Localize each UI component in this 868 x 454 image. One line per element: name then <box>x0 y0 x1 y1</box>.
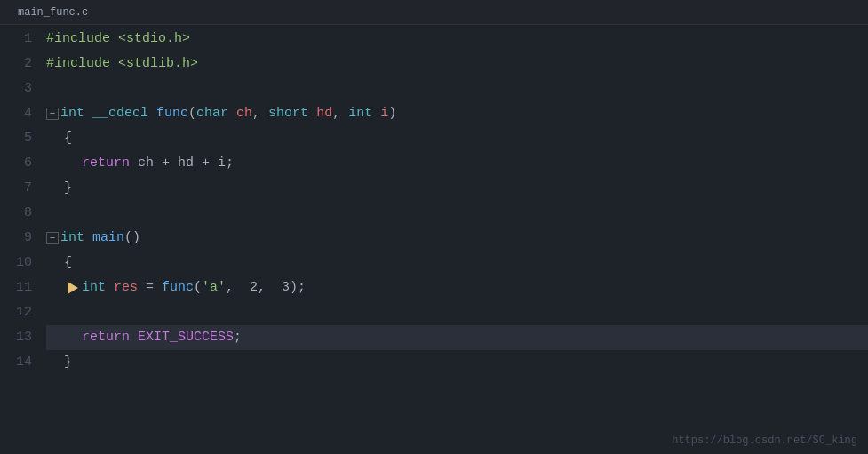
token: ( <box>194 275 202 300</box>
code-line: return EXIT_SUCCESS; <box>46 325 868 350</box>
line-number: 8 <box>14 201 32 226</box>
line-number: 4 <box>14 101 32 126</box>
code-line: −int main() <box>46 226 868 251</box>
token: i <box>372 101 388 126</box>
code-line: return ch + hd + i; <box>46 151 868 176</box>
token: ch <box>228 101 252 126</box>
token: char <box>196 101 228 126</box>
token: func <box>156 101 188 126</box>
token: int <box>60 226 84 251</box>
tab-main[interactable]: main_func.c <box>7 0 99 24</box>
code-line: { <box>46 251 868 275</box>
token: return <box>82 325 130 350</box>
token: res <box>114 275 138 300</box>
editor: main_func.c 1234567891011121314 #include… <box>0 0 868 454</box>
token: func <box>162 275 194 300</box>
code-line: −int __cdecl func(char ch, short hd, int… <box>46 101 868 126</box>
code-line: } <box>46 176 868 201</box>
line-number: 2 <box>14 52 32 76</box>
token: int <box>60 101 84 126</box>
debug-arrow <box>68 282 78 294</box>
code-line: { <box>46 126 868 151</box>
line-number: 6 <box>14 151 32 176</box>
token: ; <box>234 325 242 350</box>
token: return <box>82 151 130 176</box>
token: , <box>332 101 340 126</box>
token: EXIT_SUCCESS <box>138 325 234 350</box>
token: ) <box>388 101 396 126</box>
line-number: 7 <box>14 176 32 201</box>
code-area: 1234567891011121314 #include <stdio.h>#i… <box>0 25 868 454</box>
token: hd <box>308 101 332 126</box>
line-number: 5 <box>14 126 32 151</box>
token: } <box>64 176 72 201</box>
token: #include <stdlib.h> <box>46 52 198 76</box>
code-line: #include <stdlib.h> <box>46 52 868 76</box>
line-number: 13 <box>14 325 32 350</box>
token: { <box>64 251 72 275</box>
fold-marker[interactable]: − <box>46 108 59 120</box>
fold-marker[interactable]: − <box>46 232 59 244</box>
line-number: 14 <box>14 350 32 375</box>
code-line <box>46 201 868 226</box>
token: int <box>82 275 106 300</box>
token: main <box>92 226 124 251</box>
token: short <box>260 101 308 126</box>
code-lines: #include <stdio.h>#include <stdlib.h>−in… <box>43 25 868 454</box>
token: () <box>124 226 140 251</box>
line-number: 12 <box>14 300 32 325</box>
token <box>84 226 92 251</box>
token: #include <stdio.h> <box>46 27 190 52</box>
line-number: 1 <box>14 27 32 52</box>
line-number: 9 <box>14 226 32 251</box>
line-number: 3 <box>14 76 32 101</box>
code-line: int res = func('a', 2, 3); <box>46 275 868 300</box>
token <box>106 275 114 300</box>
line-number: 10 <box>14 251 32 275</box>
token: ch + hd + i; <box>130 151 234 176</box>
line-number: 11 <box>14 275 32 300</box>
token: { <box>64 126 72 151</box>
tab-bar: main_func.c <box>0 0 868 25</box>
token: = <box>138 275 162 300</box>
code-line: } <box>46 350 868 375</box>
watermark: https://blog.csdn.net/SC_king <box>672 434 857 447</box>
code-line <box>46 76 868 101</box>
code-line <box>46 300 868 325</box>
token: } <box>64 350 72 375</box>
token: , <box>252 101 260 126</box>
token: , 2, 3); <box>226 275 306 300</box>
token: __cdecl <box>84 101 156 126</box>
code-line: #include <stdio.h> <box>46 27 868 52</box>
token: 'a' <box>202 275 226 300</box>
token <box>130 325 138 350</box>
token: int <box>340 101 372 126</box>
line-numbers: 1234567891011121314 <box>0 25 43 454</box>
token: ( <box>188 101 196 126</box>
